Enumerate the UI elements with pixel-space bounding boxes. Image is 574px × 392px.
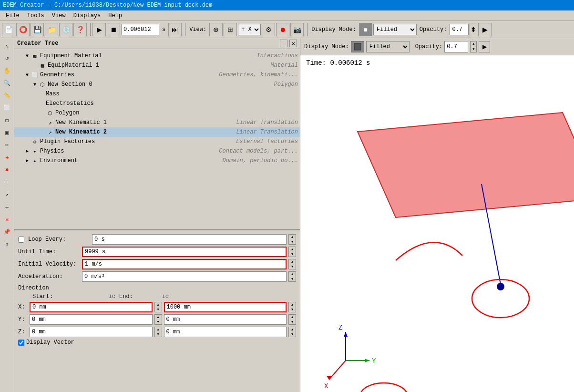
toolbar-display-mode-select[interactable]: Filled Wireframe xyxy=(373,24,417,35)
toolbar-record-btn[interactable]: ⏺ xyxy=(276,23,289,36)
sidebar-icon-x-red[interactable]: ✕ xyxy=(1,214,13,225)
toolbar-save-btn[interactable]: 💾 xyxy=(31,23,44,36)
acceleration-spinner[interactable]: ▲ ▼ xyxy=(288,271,296,282)
iv-up[interactable]: ▲ xyxy=(289,259,296,264)
tree-row-mass[interactable]: Mass xyxy=(14,89,300,99)
z-end-down[interactable]: ▼ xyxy=(289,332,296,337)
creator-tree-close[interactable]: ✕ xyxy=(289,40,297,47)
menu-tools[interactable]: Tools xyxy=(23,11,48,20)
toolbar-view-reset-btn[interactable]: ⊞ xyxy=(224,23,237,36)
tree-row-geometries[interactable]: ▼ ⬜ Geometries Geometries, kinemati... xyxy=(14,70,300,80)
tree-row-electrostatics[interactable]: Electrostatics xyxy=(14,99,300,108)
tree-row-kinematic-2[interactable]: ↗ New Kinematic 2 Linear Translation xyxy=(14,127,300,137)
toolbar-play-btn[interactable]: ▶ xyxy=(92,23,106,36)
y-end-down[interactable]: ▼ xyxy=(289,320,296,324)
menu-view[interactable]: View xyxy=(48,11,70,20)
x-end-spinner[interactable]: ▲ ▼ xyxy=(288,302,296,312)
menu-file[interactable]: File xyxy=(2,11,23,20)
sidebar-icon-cut[interactable]: ✂ xyxy=(1,139,13,151)
sidebar-icon-pan[interactable]: ✋ xyxy=(1,65,13,76)
sidebar-icon-box2[interactable]: ◻ xyxy=(1,114,13,126)
toolbar-settings-btn[interactable]: ⚙ xyxy=(262,23,275,36)
toolbar-open-btn[interactable]: ⭕ xyxy=(16,23,30,36)
x-end-down[interactable]: ▼ xyxy=(289,307,296,312)
x-start-up[interactable]: ▲ xyxy=(155,302,162,307)
sidebar-icon-pin[interactable]: 📌 xyxy=(1,226,13,237)
z-start-up[interactable]: ▲ xyxy=(155,327,162,332)
toolbar-stop-btn[interactable]: ⏹ xyxy=(107,23,120,36)
tree-row-physics[interactable]: ► ✦ Physics Contact models, part... xyxy=(14,146,300,156)
z-end-spinner[interactable]: ▲ ▼ xyxy=(288,327,296,337)
y-start-spinner[interactable]: ▲ ▼ xyxy=(154,314,162,325)
y-start-input[interactable] xyxy=(30,314,153,325)
loop-every-spinner[interactable]: ▲ ▼ xyxy=(288,234,296,245)
sidebar-icon-arrow-up2[interactable]: ⬆ xyxy=(1,238,13,250)
extra-viewport-btn[interactable]: ▶ xyxy=(479,41,490,52)
x-start-spinner[interactable]: ▲ ▼ xyxy=(154,302,162,312)
y-end-spinner[interactable]: ▲ ▼ xyxy=(288,314,296,325)
toolbar-extra-btn[interactable]: ▶ xyxy=(478,23,492,36)
toolbar-opacity-spinner[interactable]: ⬍ xyxy=(470,23,477,36)
until-time-spinner[interactable]: ▲ ▼ xyxy=(288,247,296,257)
tree-content[interactable]: ▼ ▩ Equipment Material Interactions ▩ Eq… xyxy=(14,49,300,229)
sidebar-icon-arrow-up[interactable]: ↑ xyxy=(1,176,13,188)
toolbar-new-btn[interactable]: 📄 xyxy=(2,23,15,36)
tree-toggle-environment[interactable]: ► xyxy=(24,158,31,164)
menu-help[interactable]: Help xyxy=(104,11,126,20)
sidebar-icon-plus-red[interactable]: ✚ xyxy=(1,152,13,163)
y-start-up[interactable]: ▲ xyxy=(155,315,162,320)
z-start-down[interactable]: ▼ xyxy=(155,332,162,337)
sidebar-icon-measure[interactable]: 📏 xyxy=(1,90,13,101)
toolbar-view-fit-btn[interactable]: ⊕ xyxy=(209,23,223,36)
initial-velocity-input[interactable] xyxy=(82,259,287,269)
sidebar-icon-box[interactable]: ⬜ xyxy=(1,102,13,113)
opacity-spinner[interactable]: ▲ ▼ xyxy=(470,41,477,52)
sidebar-icon-rotate[interactable]: ↺ xyxy=(1,52,13,64)
acc-down[interactable]: ▼ xyxy=(289,277,296,281)
tree-row-equipmaterial-1[interactable]: ▩ EquipMaterial 1 Material xyxy=(14,61,300,70)
sidebar-icon-layer[interactable]: ▣ xyxy=(1,127,13,138)
toolbar-opacity-input[interactable] xyxy=(450,24,469,35)
loop-every-checkbox[interactable] xyxy=(18,237,24,243)
sidebar-icon-minus-red[interactable]: ✖ xyxy=(1,164,13,175)
toolbar-folder-btn[interactable]: 📁 xyxy=(45,23,58,36)
toolbar-help-btn[interactable]: ❓ xyxy=(73,23,87,36)
tree-toggle-physics[interactable]: ► xyxy=(24,149,31,154)
acc-up[interactable]: ▲ xyxy=(289,272,296,277)
tree-row-equipment-material[interactable]: ▼ ▩ Equipment Material Interactions xyxy=(14,51,300,61)
tree-toggle-geometries[interactable]: ▼ xyxy=(24,72,31,78)
toolbar-camera-btn[interactable]: 📷 xyxy=(290,23,304,36)
menu-displays[interactable]: Displays xyxy=(70,11,105,20)
sidebar-icon-arrow-diag[interactable]: ↗ xyxy=(1,189,13,200)
acceleration-input[interactable] xyxy=(82,271,287,282)
sidebar-icon-select[interactable]: ↖ xyxy=(1,40,13,52)
z-end-input[interactable] xyxy=(164,327,287,337)
initial-velocity-spinner[interactable]: ▲ ▼ xyxy=(288,259,296,269)
tree-toggle-equip[interactable]: ▼ xyxy=(24,53,31,59)
y-end-up[interactable]: ▲ xyxy=(289,315,296,320)
x-start-down[interactable]: ▼ xyxy=(155,307,162,312)
until-time-down[interactable]: ▼ xyxy=(289,252,296,257)
creator-tree-minimize[interactable]: _ xyxy=(280,40,287,47)
z-start-spinner[interactable]: ▲ ▼ xyxy=(154,327,162,337)
until-time-up[interactable]: ▲ xyxy=(289,247,296,252)
display-mode-select[interactable]: Filled Wireframe xyxy=(366,41,410,52)
tree-row-environment[interactable]: ► ✦ Environment Domain, periodic bo... xyxy=(14,156,300,165)
opacity-up[interactable]: ▲ xyxy=(471,41,476,47)
y-end-input[interactable] xyxy=(164,314,287,325)
display-vector-checkbox[interactable] xyxy=(18,340,24,346)
opacity-down[interactable]: ▼ xyxy=(471,47,476,52)
x-end-up[interactable]: ▲ xyxy=(289,302,296,307)
sidebar-icon-zoom[interactable]: 🔍 xyxy=(1,77,13,89)
z-start-input[interactable] xyxy=(30,327,153,337)
toolbar-step-btn[interactable]: ⏭ xyxy=(168,23,182,36)
viewport[interactable]: Display Mode: Filled Wireframe Opacity: … xyxy=(300,38,574,392)
x-start-input[interactable] xyxy=(30,302,153,312)
tree-row-polygon[interactable]: ⬡ Polygon xyxy=(14,108,300,118)
y-start-down[interactable]: ▼ xyxy=(155,320,162,324)
tree-row-plugin-factories[interactable]: ⚙ Plugin Factories External factories xyxy=(14,137,300,146)
z-end-up[interactable]: ▲ xyxy=(289,327,296,332)
x-end-input[interactable] xyxy=(164,302,287,312)
tree-row-new-section[interactable]: ▼ ⬡ New Section 0 Polygon xyxy=(14,80,300,89)
loop-every-down[interactable]: ▼ xyxy=(289,239,296,244)
